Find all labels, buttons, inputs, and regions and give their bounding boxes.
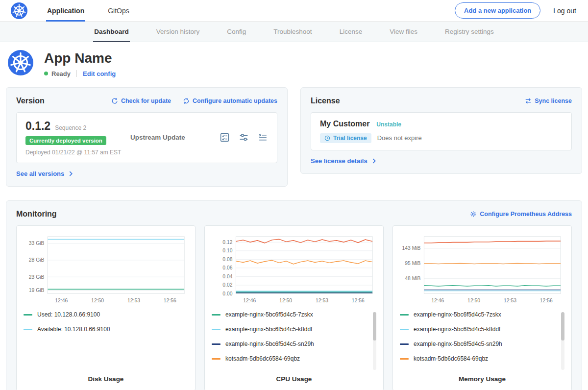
legend-scrollbar[interactable] [561,312,564,370]
deployed-timestamp: Deployed 01/21/22 @ 11:57 am EST [25,149,127,156]
status-ready-dot [44,72,48,75]
subnav-tab-troubleshoot[interactable]: Troubleshoot [272,22,313,42]
add-application-button[interactable]: Add a new application [455,2,540,19]
chevron-right-icon [69,171,73,176]
legend-color-dash [400,358,409,360]
license-type-label: Trial license [333,135,367,142]
edit-config-icon[interactable] [239,132,249,143]
legend-item: example-nginx-5bc6f5d4c5-k8ddf [212,326,369,333]
chart-legend: Used: 10.128.0.66:9100Available: 10.128.… [24,311,188,372]
x-tick-label: 12:50 [91,298,104,303]
legend-color-dash [212,358,220,360]
series-line [236,260,372,264]
top-nav-right: Add a new application Log out [455,2,576,19]
y-tick-label: 0.00 [222,291,232,296]
version-card: Version Check for update [6,87,288,187]
license-expiration: Does not expire [377,134,422,142]
status-badge: Ready [51,70,71,77]
x-tick-label: 12:46 [431,298,444,303]
main-content: Version Check for update [0,87,588,390]
legend-label: kotsadm-5db6dc6584-69qbz [414,355,488,362]
legend-scrollbar-thumb[interactable] [561,312,564,341]
subnav-tab-dashboard[interactable]: Dashboard [93,22,130,42]
sync-license-link[interactable]: Sync license [525,98,572,104]
x-tick-label: 12:53 [127,298,140,303]
preflight-checks-icon[interactable] [220,132,230,143]
subnav-tab-registry-settings[interactable]: Registry settings [444,22,495,42]
channel-label: Unstable [376,121,401,128]
chart-title: Disk Usage [24,372,188,385]
tab-application[interactable]: Application [46,0,85,21]
y-tick-label: 0.10 [222,248,232,253]
legend-item: kotsadm-5db6dc6584-69qbz [400,355,558,362]
configure-automatic-updates-label: Configure automatic updates [193,98,277,104]
x-tick-label: 12:46 [243,298,256,303]
app-sub-nav: DashboardVersion historyConfigTroublesho… [0,22,588,42]
chart-title: Memory Usage [400,372,564,385]
app-status-row: Ready Edit config [44,70,116,77]
y-tick-label: 95 MiB [405,261,420,266]
legend-label: example-nginx-5bc6f5d4c5-sn29h [414,341,502,347]
legend-label: Available: 10.128.0.66:9100 [37,326,110,333]
legend-label: example-nginx-5bc6f5d4c5-k8ddf [414,326,500,333]
legend-scrollbar[interactable] [373,312,376,370]
license-details-box: My Customer Unstable Trial license Does … [311,112,572,150]
customer-name: My Customer [320,120,369,128]
x-tick-label: 12:46 [55,298,68,303]
clock-icon [324,135,330,141]
subnav-tab-version-history[interactable]: Version history [155,22,201,42]
legend-item: example-nginx-5bc6f5d4c5-sn29h [212,341,369,347]
see-all-versions-link[interactable]: See all versions [16,170,73,177]
y-tick-label: 0.02 [222,282,232,288]
legend-label: example-nginx-5bc6f5d4c5-7zskx [225,311,313,318]
view-deploy-logs-icon[interactable] [258,132,268,143]
refresh-icon [111,98,118,104]
x-tick-label: 12:56 [540,298,553,303]
legend-color-dash [400,329,409,330]
legend-label: Used: 10.128.0.66:9100 [37,311,100,318]
subnav-tab-view-files[interactable]: View files [389,22,418,42]
x-tick-label: 12:53 [316,298,328,303]
legend-color-dash [400,314,409,316]
legend-item: example-nginx-5bc6f5d4c5-7zskx [400,311,558,318]
sync-arrows-icon [525,98,532,104]
charts-row: 19 GiB23 GiB28 GiB33 GiB12:4612:5012:531… [16,225,572,390]
legend-color-dash [212,329,220,330]
legend-scrollbar-thumb[interactable] [373,312,376,341]
monitoring-title: Monitoring [16,210,57,219]
legend-label: example-nginx-5bc6f5d4c5-k8ddf [225,326,312,333]
legend-item: example-nginx-5bc6f5d4c5-sn29h [400,341,558,347]
divider [76,70,77,77]
plot-border [424,237,561,294]
license-type-badge: Trial license [320,133,371,143]
chart-card-memory-usage: 48 MiB95 MiB143 MiB12:4612:5012:5312:56 … [392,225,572,390]
x-tick-label: 12:50 [467,298,480,303]
y-tick-label: 0.04 [222,274,232,279]
series-line [424,285,561,286]
chart-legend: example-nginx-5bc6f5d4c5-7zskxexample-ng… [212,311,376,372]
x-tick-label: 12:50 [279,298,292,303]
logout-link[interactable]: Log out [553,7,576,15]
license-card-title: License [311,97,340,105]
plot-border [48,237,184,294]
upstream-update-label: Upstream Update [130,134,185,141]
check-for-update-link[interactable]: Check for update [111,98,171,104]
legend-label: example-nginx-5bc6f5d4c5-sn29h [225,341,314,347]
configure-prometheus-link[interactable]: Configure Prometheus Address [470,211,572,218]
subnav-tab-config[interactable]: Config [226,22,247,42]
y-tick-label: 48 MiB [405,276,420,281]
kubernetes-logo-icon [11,2,27,19]
top-nav: Application GitOps Add a new application… [0,0,588,22]
configure-automatic-updates-link[interactable]: Configure automatic updates [183,98,277,104]
subnav-tab-license[interactable]: License [339,22,364,42]
tab-gitops[interactable]: GitOps [107,0,130,21]
version-card-title: Version [16,97,45,105]
see-license-details-link[interactable]: See license details [311,157,376,165]
legend-label: kotsadm-5db6dc6584-69qbz [225,355,300,362]
legend-item: kotsadm-5db6dc6584-69qbz [212,355,369,362]
chart-card-disk-usage: 19 GiB23 GiB28 GiB33 GiB12:4612:5012:531… [16,225,196,390]
legend-item: Used: 10.128.0.66:9100 [24,311,181,318]
y-tick-label: 143 MiB [402,245,420,251]
app-logo-icon [8,50,33,75]
edit-config-link[interactable]: Edit config [83,70,116,77]
